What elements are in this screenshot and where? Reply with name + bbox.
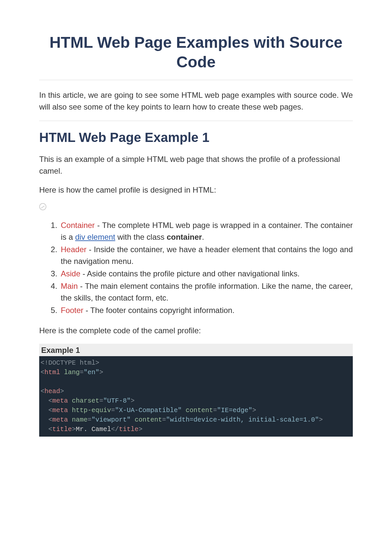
list-text: - Inside the container, we have a header… [61,245,353,266]
list-text: - Aside contains the profile picture and… [80,269,300,278]
code-tag: meta [52,407,68,414]
term-main: Main [61,282,78,290]
code-value: "viewport" [91,416,131,424]
code-attr: http-equiv [72,407,111,414]
code-attr: name [72,416,88,424]
divider [39,80,353,80]
code-value: "UTF-8" [103,397,131,405]
list-item: Footer - The footer contains copyright i… [59,304,353,316]
code-tag: title [52,425,72,433]
code-attr: lang [64,369,80,376]
code-tag: title [119,425,139,433]
placeholder-icon-row [39,203,353,212]
definition-list: Container - The complete HTML web page i… [59,219,353,316]
code-value: "width=device-width, initial-scale=1.0" [166,416,319,424]
page-title: HTML Web Page Examples with Source Code [39,33,353,72]
code-value: "en" [84,369,99,376]
term-footer: Footer [61,306,83,315]
term-container: Container [61,221,95,230]
code-tag: meta [52,416,68,424]
list-item: Main - The main element contains the pro… [59,280,353,304]
code-value: "X-UA-Compatible" [115,407,182,414]
list-item: Container - The complete HTML web page i… [59,219,353,243]
term-aside: Aside [61,269,80,278]
body-paragraph: Here is how the camel profile is designe… [39,184,353,196]
body-paragraph: Here is the complete code of the camel p… [39,325,353,337]
code-tag: html [44,369,60,376]
term-header: Header [61,245,87,254]
code-attr: charset [72,397,99,405]
div-element-link[interactable]: div element [75,233,115,241]
body-paragraph: This is an example of a simple HTML web … [39,153,353,177]
section-heading: HTML Web Page Example 1 [39,130,353,145]
code-attr: content [186,407,213,414]
list-text: - The footer contains copyright informat… [83,306,234,315]
list-text: - The main element contains the profile … [61,282,353,302]
code-value: "IE=edge" [217,407,252,414]
code-attr: content [135,416,162,424]
example-label: Example 1 [39,344,353,356]
intro-paragraph: In this article, we are going to see som… [39,89,353,113]
code-text: Mr. Camel [76,425,111,433]
list-item: Aside - Aside contains the profile pictu… [59,268,353,280]
code-token: <! [41,359,48,367]
list-text: . [202,233,204,241]
code-block: <!DOCTYPE html> <html lang="en"> <head> … [39,356,353,437]
bold-text: container [167,233,202,241]
divider [39,121,353,121]
placeholder-icon [39,203,46,210]
code-tag: head [44,388,60,395]
code-tag: meta [52,397,68,405]
code-token: DOCTYPE html [48,359,95,367]
list-item: Header - Inside the container, we have a… [59,244,353,267]
list-text: with the class [115,233,167,241]
